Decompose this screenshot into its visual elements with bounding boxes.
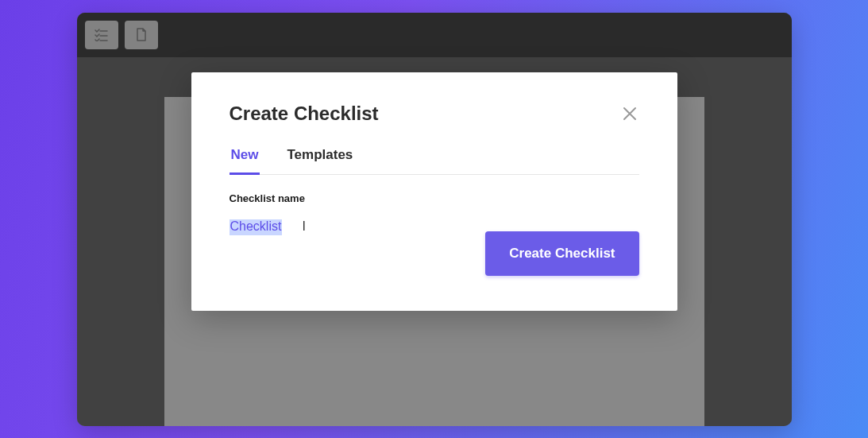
selection-highlight: Checklist xyxy=(230,219,283,235)
close-button[interactable] xyxy=(620,104,639,123)
create-checklist-modal: Create Checklist New Templates Checklist… xyxy=(191,72,677,311)
create-checklist-button[interactable]: Create Checklist xyxy=(485,231,638,276)
modal-header: Create Checklist xyxy=(230,103,639,125)
tabs: New Templates xyxy=(230,147,639,175)
checklist-name-value: Checklist xyxy=(230,219,282,233)
tab-new[interactable]: New xyxy=(230,147,260,175)
close-icon xyxy=(623,107,637,121)
text-cursor-icon: I xyxy=(303,219,303,234)
tab-templates[interactable]: Templates xyxy=(285,147,354,175)
modal-actions: Create Checklist xyxy=(230,231,639,276)
modal-title: Create Checklist xyxy=(230,103,379,125)
checklist-name-label: Checklist name xyxy=(230,192,639,204)
app-window: Create Checklist New Templates Checklist… xyxy=(77,13,792,426)
